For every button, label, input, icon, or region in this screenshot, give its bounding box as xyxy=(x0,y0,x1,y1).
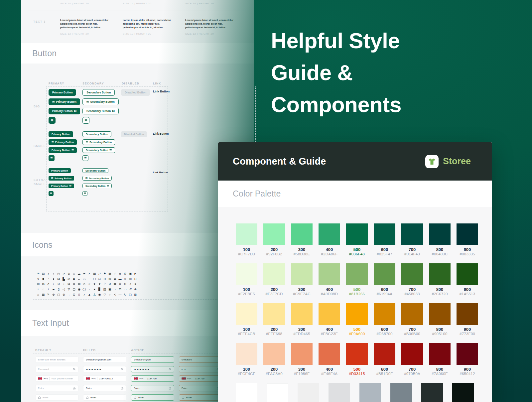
enter-field-icon-left[interactable]: Enter xyxy=(83,394,126,401)
password-field[interactable]: • • xyxy=(179,366,222,372)
email-field[interactable]: chrisaaron@gmail.com xyxy=(83,356,126,363)
swatch-shade: 500 xyxy=(346,327,368,332)
secondary-button[interactable]: Secondary Button xyxy=(82,89,115,96)
glyph-icon: ▦ xyxy=(112,282,117,287)
color-swatch: 500 #D33415 xyxy=(346,343,368,376)
glyph-icon: ▣ xyxy=(107,287,112,292)
button-section-header: Button xyxy=(21,43,254,64)
home-icon xyxy=(73,387,76,390)
enter-value: Enter xyxy=(182,387,188,390)
home-icon xyxy=(182,396,185,399)
primary-icon-button[interactable]: ✉ xyxy=(49,191,54,196)
phone-field[interactable]: +44 2184756 xyxy=(131,375,174,382)
primary-button-icon-right[interactable]: Primary Button✉ xyxy=(49,147,77,153)
primary-button-icon-right[interactable]: Primary Button✉ xyxy=(49,108,80,114)
secondary-button-icon-right[interactable]: Secondary Button✉ xyxy=(82,108,119,114)
color-swatch: 600 #025F47 xyxy=(374,223,395,256)
hero-title: Helpful Style Guide & Components xyxy=(271,25,401,121)
password-field[interactable]: Password xyxy=(35,366,78,372)
glyph-icon: ◎ xyxy=(66,276,71,282)
primary-button-icon-left[interactable]: ✉Primary Button xyxy=(49,98,80,105)
enter-field[interactable]: Enter xyxy=(35,385,78,391)
glyph-icon: ◁ xyxy=(61,287,66,292)
glyph-icon: ✈ xyxy=(82,271,87,276)
email-field[interactable]: chrisaaro xyxy=(179,356,222,363)
secondary-button-icon-left[interactable]: ✉Secondary Button xyxy=(82,139,115,145)
swatch-chip xyxy=(236,223,257,245)
primary-icon-button[interactable]: ✉ xyxy=(49,155,55,161)
swatch-shade: 800 xyxy=(429,287,451,292)
glyph-icon: ◈ xyxy=(117,271,122,276)
glyph-icon: ⚓ xyxy=(92,292,97,297)
secondary-icon-button[interactable]: ✉ xyxy=(82,191,87,196)
mail-icon: ✉ xyxy=(51,157,53,159)
secondary-icon-button[interactable]: ✉ xyxy=(82,117,89,124)
phone-field[interactable]: +44 2184756212 xyxy=(83,375,126,382)
primary-button[interactable]: Primary Button xyxy=(49,168,71,173)
size-label: BIG xyxy=(21,104,48,109)
swatch-shade: 400 xyxy=(319,367,340,372)
glyph-icon: ▢ xyxy=(71,287,76,292)
glyph-icon: ◉ xyxy=(97,292,102,297)
email-field[interactable]: chrisaaron@gm xyxy=(131,356,174,363)
swatch-hex: #92F0B2 xyxy=(263,252,285,256)
home-icon xyxy=(38,396,41,399)
eye-off-icon[interactable] xyxy=(120,367,124,371)
primary-button-icon-left[interactable]: ✉Primary Button xyxy=(49,176,74,181)
primary-button[interactable]: Primary Button xyxy=(49,89,76,96)
hero-line-1: Helpful Style xyxy=(271,25,401,57)
eye-off-icon[interactable] xyxy=(72,367,76,371)
email-field[interactable]: Enter your email address xyxy=(35,356,78,363)
glyph-icon: ▢ xyxy=(56,292,61,297)
link-button[interactable]: Link Button xyxy=(153,132,254,135)
swatch-hex: #61994A xyxy=(374,292,395,296)
glyph-icon: ⌂ xyxy=(36,292,41,297)
color-swatch: 600 #D68700 xyxy=(374,303,395,336)
glyph-icon: ↺ xyxy=(107,282,112,287)
eye-off-icon[interactable] xyxy=(168,367,172,371)
dial-code: +44 xyxy=(187,377,192,380)
glyph-icon: ◉ xyxy=(76,287,81,292)
secondary-button[interactable]: Secondary Button xyxy=(82,168,108,173)
phone-field[interactable]: +44 Your phone number xyxy=(35,375,78,382)
color-swatch: 500 #81B266 xyxy=(346,263,368,296)
disabled-button-column: Disabled Button xyxy=(121,168,153,196)
swatch-chip xyxy=(401,303,423,325)
swatch-hex: #A9D08D xyxy=(319,292,340,296)
swatch-shade: 600 xyxy=(374,327,395,332)
enter-field-icon-left[interactable]: Enter xyxy=(131,394,174,401)
enter-field[interactable]: Enter xyxy=(179,385,222,391)
swatch-hex: #00403C xyxy=(429,252,451,256)
secondary-button-icon-left[interactable]: ✉Secondary Button xyxy=(82,176,112,181)
secondary-button-icon-left[interactable]: ✉Secondary Button xyxy=(82,98,119,105)
glyph-icon: ♥ xyxy=(97,282,102,287)
glyph-icon: ◔ xyxy=(112,287,117,292)
swatch-shade: 500 xyxy=(346,367,368,372)
primary-icon-button[interactable]: ✉ xyxy=(49,117,56,124)
secondary-button-icon-right[interactable]: Secondary Button✉ xyxy=(82,147,115,153)
password-field[interactable]: •••••••••• xyxy=(83,366,126,372)
primary-button-icon-right[interactable]: Primary Button✉ xyxy=(49,184,74,188)
secondary-button[interactable]: Secondary Button xyxy=(82,131,111,137)
secondary-button-icon-right[interactable]: Secondary Button✉ xyxy=(82,184,112,188)
swatch-hex: #003335 xyxy=(457,252,478,256)
enter-field-icon-left[interactable]: Enter xyxy=(35,394,78,401)
color-swatch: 400 #FBC23E xyxy=(319,303,340,336)
column-header-link: LINK xyxy=(153,82,161,85)
text-spec-section: SIZE 14 | HEIGHT 20 Lorem ipsum dolor si… xyxy=(21,0,254,43)
swatch-chip xyxy=(263,343,285,365)
swatch-hex: #D68700 xyxy=(374,332,395,336)
password-value: Password xyxy=(38,368,49,371)
enter-field-icon-left[interactable]: Enter xyxy=(179,394,222,401)
primary-button[interactable]: Primary Button xyxy=(49,131,73,137)
glyph-icon: ◔ xyxy=(46,276,51,282)
secondary-icon-button[interactable]: ✉ xyxy=(82,155,88,161)
link-button[interactable]: Link Button xyxy=(153,90,254,93)
password-field[interactable]: •••••••••• xyxy=(131,366,174,372)
enter-field[interactable]: Enter xyxy=(83,385,126,391)
enter-field[interactable]: Enter xyxy=(131,385,174,391)
color-swatch: 400 #E46F4A xyxy=(319,343,340,376)
primary-button-icon-left[interactable]: ✉Primary Button xyxy=(49,139,77,145)
phone-field[interactable]: +44 2184756 xyxy=(179,375,222,382)
swatch-chip xyxy=(374,343,395,365)
